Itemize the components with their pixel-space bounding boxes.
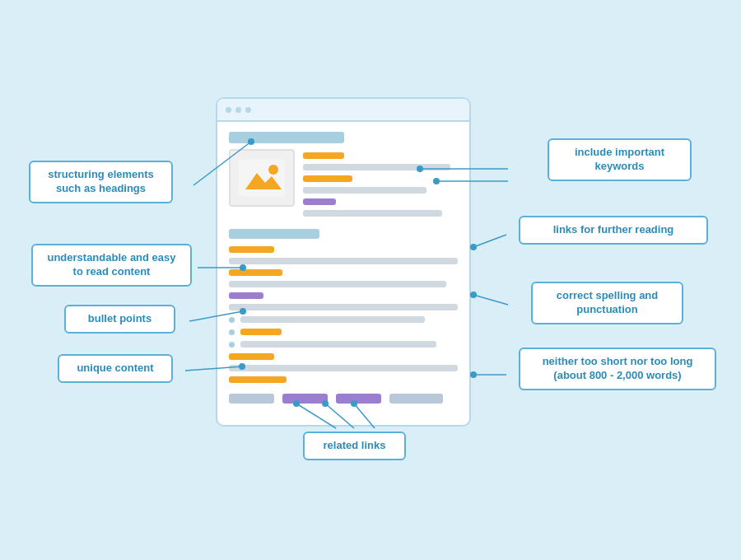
browser-bar	[217, 99, 469, 122]
browser-dot-2	[235, 107, 241, 113]
svg-point-16	[470, 244, 477, 250]
diagram-container: structuring elements such as headings un…	[0, 0, 741, 560]
content-image-row	[229, 149, 458, 217]
text-lines-section	[229, 246, 458, 310]
svg-line-17	[473, 295, 508, 305]
browser-content	[217, 122, 469, 413]
content-title-bar	[229, 132, 344, 143]
link-bar-2	[282, 394, 328, 404]
label-unique: unique content	[58, 354, 173, 383]
label-keywords: include important keywords	[548, 138, 692, 181]
image-side-lines	[303, 149, 458, 217]
svg-rect-0	[239, 160, 285, 196]
bullet-section	[229, 316, 458, 348]
bullet-dot	[229, 317, 235, 323]
svg-point-20	[470, 371, 477, 378]
label-spelling: correct spelling and punctuation	[531, 282, 683, 324]
label-related-links: related links	[303, 432, 406, 460]
label-understandable: understandable and easy to read content	[31, 244, 192, 287]
bullet-dot	[229, 342, 235, 348]
bullet-dot	[229, 329, 235, 335]
link-bar-3	[336, 394, 381, 404]
svg-point-2	[268, 165, 278, 175]
label-bullet-points: bullet points	[64, 305, 175, 334]
subheading-bar	[229, 229, 319, 239]
content-image-placeholder	[229, 149, 295, 207]
svg-point-18	[470, 292, 477, 298]
link-bar-4	[389, 394, 443, 404]
unique-content-section	[229, 353, 458, 383]
label-length: neither too short nor too long (about 80…	[519, 348, 716, 390]
browser-mockup	[216, 97, 471, 427]
svg-line-15	[473, 235, 506, 247]
link-bar-1	[229, 394, 274, 404]
bottom-links-row	[229, 394, 458, 404]
label-further-reading: links for further reading	[519, 216, 708, 245]
browser-dot-3	[245, 107, 251, 113]
label-structuring: structuring elements such as headings	[29, 161, 173, 203]
browser-dot-1	[226, 107, 231, 113]
